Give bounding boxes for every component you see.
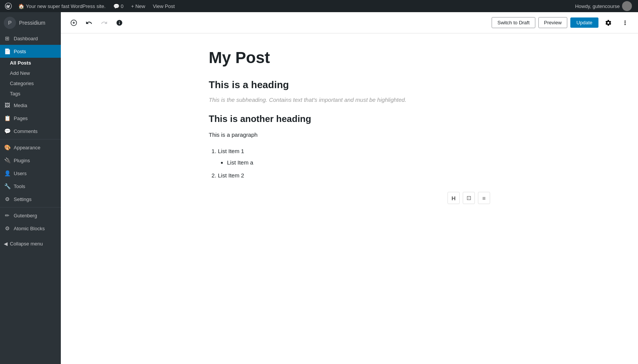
sidebar-item-appearance[interactable]: 🎨 Appearance	[0, 141, 61, 154]
editor-content[interactable]: My Post This is a heading This is the su…	[61, 33, 638, 364]
sidebar-item-gutenberg[interactable]: ✏ Gutenberg	[0, 209, 61, 222]
block-paragraph[interactable]: This is a paragraph	[209, 130, 490, 139]
appearance-icon: 🎨	[4, 144, 11, 151]
sidebar-item-label: Gutenberg	[14, 213, 37, 218]
editor-area: Switch to Draft Preview Update My Post	[61, 12, 638, 364]
block-heading-2[interactable]: This is another heading	[209, 114, 490, 124]
posts-submenu: All Posts Add New Categories Tags	[0, 58, 61, 99]
admin-bar-site[interactable]: 🏠 Your new super fast WordPress site.	[15, 0, 109, 12]
submenu-tags[interactable]: Tags	[0, 89, 61, 99]
undo-button[interactable]	[82, 16, 96, 30]
info-button[interactable]	[113, 16, 126, 30]
post-title[interactable]: My Post	[209, 49, 490, 67]
collapse-icon: ◀	[4, 241, 8, 247]
main-layout: P Pressidium ⊞ Dashboard 📄 Posts All Pos…	[0, 12, 638, 364]
admin-bar-howdy: Howdy, gutencourse	[575, 3, 620, 9]
toolbar-right: Switch to Draft Preview Update	[492, 16, 632, 30]
comments-icon: 💬	[4, 128, 11, 135]
sidebar-item-label: Plugins	[14, 158, 30, 163]
sidebar: P Pressidium ⊞ Dashboard 📄 Posts All Pos…	[0, 12, 61, 364]
more-options-button[interactable]	[618, 16, 632, 30]
sidebar-item-media[interactable]: 🖼 Media	[0, 99, 61, 112]
sidebar-item-label: Pages	[14, 116, 28, 121]
list-icon: ≡	[482, 195, 486, 201]
sidebar-item-tools[interactable]: 🔧 Tools	[0, 180, 61, 193]
settings-button[interactable]	[601, 16, 615, 30]
tools-icon: 🔧	[4, 183, 11, 190]
admin-bar: 🏠 Your new super fast WordPress site. 💬 …	[0, 0, 638, 12]
list-item[interactable]: List Item 2	[218, 170, 490, 181]
sidebar-item-comments[interactable]: 💬 Comments	[0, 125, 61, 138]
sidebar-item-dashboard[interactable]: ⊞ Dashboard	[0, 32, 61, 45]
admin-bar-new[interactable]: + New	[128, 0, 148, 12]
sidebar-item-label: Appearance	[14, 145, 40, 150]
sidebar-item-label: Dashboard	[14, 36, 38, 41]
admin-bar-view-post[interactable]: View Post	[150, 0, 178, 12]
sidebar-item-plugins[interactable]: 🔌 Plugins	[0, 154, 61, 167]
collapse-label: Collapse menu	[10, 241, 43, 247]
sidebar-divider	[0, 139, 61, 139]
admin-bar-site-name: Your new super fast WordPress site.	[26, 3, 106, 9]
comments-icon: 💬	[113, 3, 119, 9]
submenu-add-new[interactable]: Add New	[0, 68, 61, 78]
sidebar-item-label: Comments	[14, 128, 38, 134]
add-block-button[interactable]	[67, 16, 81, 30]
update-button[interactable]: Update	[570, 17, 598, 28]
posts-icon: 📄	[4, 48, 11, 55]
block-inserter-row: H ⊡ ≡	[209, 189, 490, 204]
redo-button[interactable]	[97, 16, 111, 30]
sidebar-item-atomic-blocks[interactable]: ⚙ Atomic Blocks	[0, 222, 61, 235]
pages-icon: 📋	[4, 115, 11, 122]
view-post-label: View Post	[153, 3, 175, 9]
admin-bar-site-icon: 🏠	[18, 3, 24, 9]
block-subheading[interactable]: This is the subheading. Contains text th…	[209, 95, 490, 104]
sidebar-item-users[interactable]: 👤 Users	[0, 167, 61, 180]
atomic-blocks-icon: ⚙	[4, 225, 11, 232]
editor-toolbar: Switch to Draft Preview Update	[61, 12, 638, 33]
image-icon: ⊡	[467, 195, 471, 201]
settings-icon: ⚙	[4, 196, 11, 203]
gutenberg-icon: ✏	[4, 212, 11, 219]
insert-list-button[interactable]: ≡	[478, 192, 490, 204]
plugins-icon: 🔌	[4, 157, 11, 164]
brand-icon: P	[4, 17, 16, 29]
brand-label: Pressidium	[19, 20, 45, 26]
admin-bar-new-label: + New	[131, 3, 145, 9]
sidebar-item-label: Tools	[14, 184, 25, 189]
list-item[interactable]: List Item 1 List Item a	[218, 146, 490, 168]
sidebar-item-pages[interactable]: 📋 Pages	[0, 112, 61, 125]
submenu-categories[interactable]: Categories	[0, 78, 61, 89]
admin-avatar[interactable]	[622, 1, 632, 11]
switch-to-draft-button[interactable]: Switch to Draft	[492, 17, 535, 28]
sidebar-item-posts[interactable]: 📄 Posts	[0, 45, 61, 58]
sidebar-item-label: Users	[14, 171, 27, 176]
list-sub-item[interactable]: List Item a	[227, 157, 490, 168]
sidebar-item-label: Posts	[14, 49, 26, 54]
heading-icon: H	[452, 195, 456, 201]
sidebar-item-label: Atomic Blocks	[14, 226, 45, 231]
sidebar-divider-2	[0, 207, 61, 207]
users-icon: 👤	[4, 170, 11, 177]
admin-bar-right: Howdy, gutencourse	[572, 1, 635, 11]
sidebar-item-settings[interactable]: ⚙ Settings	[0, 193, 61, 206]
block-list[interactable]: List Item 1 List Item a List Item 2	[218, 146, 490, 181]
sidebar-item-label: Settings	[14, 196, 32, 202]
insert-heading-button[interactable]: H	[448, 192, 460, 204]
admin-bar-comments-count: 0	[121, 3, 124, 9]
admin-bar-comments[interactable]: 💬 0	[110, 0, 127, 12]
wordpress-logo[interactable]	[3, 1, 14, 11]
sidebar-item-label: Media	[14, 103, 27, 108]
dashboard-icon: ⊞	[4, 35, 11, 42]
media-icon: 🖼	[4, 102, 11, 109]
preview-button[interactable]: Preview	[538, 17, 567, 28]
insert-image-button[interactable]: ⊡	[463, 192, 475, 204]
editor-inner: My Post This is a heading This is the su…	[201, 49, 498, 204]
block-heading-1[interactable]: This is a heading	[209, 79, 490, 91]
sidebar-brand[interactable]: P Pressidium	[0, 12, 61, 32]
sidebar-collapse[interactable]: ◀ Collapse menu	[0, 238, 61, 250]
submenu-all-posts[interactable]: All Posts	[0, 58, 61, 68]
